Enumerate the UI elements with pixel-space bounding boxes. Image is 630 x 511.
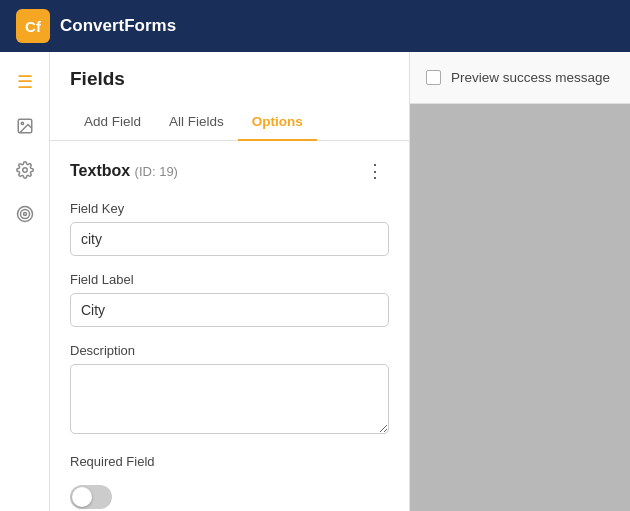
required-field-group: Required Field xyxy=(70,454,389,509)
field-header-row: Textbox (ID: 19) ⋮ xyxy=(70,157,389,185)
sidebar-icon-image[interactable] xyxy=(7,108,43,144)
preview-panel: Preview success message xyxy=(410,52,630,511)
topbar: Cf ConvertForms xyxy=(0,0,630,52)
panel-header: Fields xyxy=(50,52,409,104)
tab-all-fields[interactable]: All Fields xyxy=(155,104,238,141)
field-label-label: Field Label xyxy=(70,272,389,287)
sidebar-icon-list[interactable]: ☰ xyxy=(7,64,43,100)
field-description-input[interactable] xyxy=(70,364,389,434)
app-title: ConvertForms xyxy=(60,16,176,36)
sidebar: ☰ xyxy=(0,52,50,511)
svg-point-4 xyxy=(20,210,29,219)
field-label-input[interactable] xyxy=(70,293,389,327)
logo: Cf xyxy=(16,9,50,43)
field-key-group: Field Key xyxy=(70,201,389,256)
required-field-label: Required Field xyxy=(70,454,389,469)
svg-point-5 xyxy=(23,213,26,216)
sidebar-icon-target[interactable] xyxy=(7,196,43,232)
preview-success-label: Preview success message xyxy=(451,70,610,85)
field-key-label: Field Key xyxy=(70,201,389,216)
tab-options[interactable]: Options xyxy=(238,104,317,141)
tabs-bar: Add Field All Fields Options xyxy=(50,104,409,141)
preview-success-checkbox[interactable] xyxy=(426,70,441,85)
field-key-input[interactable] xyxy=(70,222,389,256)
svg-point-1 xyxy=(21,122,23,124)
required-toggle[interactable] xyxy=(70,485,112,509)
field-label-group: Field Label xyxy=(70,272,389,327)
sidebar-icon-gear[interactable] xyxy=(7,152,43,188)
toggle-knob xyxy=(72,487,92,507)
svg-point-2 xyxy=(22,168,27,173)
field-type-label: Textbox (ID: 19) xyxy=(70,162,178,180)
required-toggle-wrapper xyxy=(70,485,389,509)
field-description-label: Description xyxy=(70,343,389,358)
panel-title: Fields xyxy=(70,68,389,90)
main-layout: ☰ Fields Add Field All Fields xyxy=(0,52,630,511)
content-panel: Fields Add Field All Fields Options Text… xyxy=(50,52,410,511)
field-description-group: Description xyxy=(70,343,389,438)
preview-header: Preview success message xyxy=(410,52,630,104)
preview-body xyxy=(410,104,630,511)
field-editor: Textbox (ID: 19) ⋮ Field Key Field Label… xyxy=(50,141,409,511)
tab-add-field[interactable]: Add Field xyxy=(70,104,155,141)
more-options-button[interactable]: ⋮ xyxy=(361,157,389,185)
